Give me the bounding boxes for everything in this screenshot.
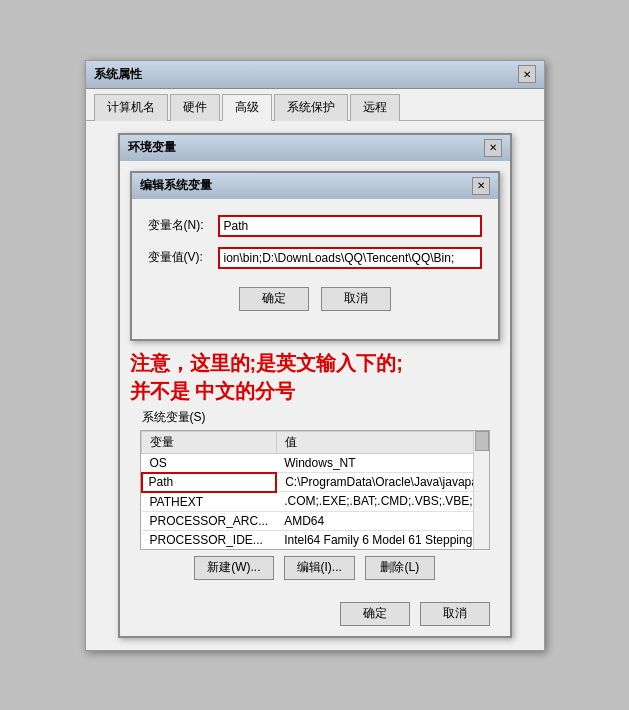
main-content: 环境变量 ✕ 编辑系统变量 ✕ 变量名(N): 变量值(V): (86, 121, 544, 650)
var-value-input[interactable] (218, 247, 482, 269)
title-bar: 系统属性 ✕ (86, 61, 544, 89)
scrollbar-thumb[interactable] (475, 431, 489, 451)
tab-system-protection[interactable]: 系统保护 (274, 94, 348, 121)
tab-bar: 计算机名 硬件 高级 系统保护 远程 (86, 89, 544, 121)
env-variables-window: 环境变量 ✕ 编辑系统变量 ✕ 变量名(N): 变量值(V): (118, 133, 512, 638)
sys-vars-section: 系统变量(S) 变量 值 (120, 409, 510, 596)
system-properties-window: 系统属性 ✕ 计算机名 硬件 高级 系统保护 远程 环境变量 ✕ 编辑系统变量 … (85, 60, 545, 651)
table-header-row: 变量 值 (142, 431, 490, 453)
edit-close-button[interactable]: ✕ (472, 177, 490, 195)
table-row[interactable]: PROCESSOR_IDE... Intel64 Family 6 Model … (142, 530, 490, 549)
col-header-val: 值 (276, 431, 489, 453)
var-value-label: 变量值(V): (148, 249, 218, 266)
annotation-line1: 注意，这里的;是英文输入下的; (130, 349, 500, 377)
annotation-line2: 并不是 中文的分号 (130, 377, 500, 405)
var-value-row: 变量值(V): (148, 247, 482, 269)
edit-content: 变量名(N): 变量值(V): 确定 取消 (132, 199, 498, 339)
sys-vars-btn-row: 新建(W)... 编辑(I)... 删除(L) (140, 550, 490, 588)
edit-title-bar: 编辑系统变量 ✕ (132, 173, 498, 199)
var-name-label: 变量名(N): (148, 217, 218, 234)
scrollbar[interactable] (473, 431, 489, 549)
tab-hardware[interactable]: 硬件 (170, 94, 220, 121)
env-cancel-button[interactable]: 取消 (420, 602, 490, 626)
edit-btn-row: 确定 取消 (148, 279, 482, 323)
table-row[interactable]: OS Windows_NT (142, 453, 490, 473)
env-ok-button[interactable]: 确定 (340, 602, 410, 626)
val-cell-path: C:\ProgramData\Oracle\Java\javapath;C:\P… (276, 473, 489, 492)
vars-table: 变量 值 OS Windows_NT Path (141, 431, 490, 550)
var-cell: PATHEXT (142, 492, 277, 512)
env-close-button[interactable]: ✕ (484, 139, 502, 157)
val-cell: AMD64 (276, 511, 489, 530)
env-title-bar: 环境变量 ✕ (120, 135, 510, 161)
vars-table-container: 变量 值 OS Windows_NT Path (140, 430, 490, 550)
env-ok-cancel-row: 确定 取消 (120, 596, 510, 636)
env-window-title: 环境变量 (128, 139, 176, 156)
var-cell: PROCESSOR_ARC... (142, 511, 277, 530)
window-title: 系统属性 (94, 66, 142, 83)
edit-button[interactable]: 编辑(I)... (284, 556, 355, 580)
col-header-var: 变量 (142, 431, 277, 453)
var-name-input[interactable] (218, 215, 482, 237)
tab-remote[interactable]: 远程 (350, 94, 400, 121)
new-button[interactable]: 新建(W)... (194, 556, 273, 580)
var-cell: PROCESSOR_IDE... (142, 530, 277, 549)
sys-vars-label: 系统变量(S) (140, 409, 490, 426)
table-row-path[interactable]: Path C:\ProgramData\Oracle\Java\javapath… (142, 473, 490, 492)
delete-button[interactable]: 删除(L) (365, 556, 435, 580)
window-controls: ✕ (518, 65, 536, 83)
val-cell: Intel64 Family 6 Model 61 Stepping 4, Ge… (276, 530, 489, 549)
close-button[interactable]: ✕ (518, 65, 536, 83)
table-row[interactable]: PATHEXT .COM;.EXE;.BAT;.CMD;.VBS;.VBE;.J… (142, 492, 490, 512)
edit-cancel-button[interactable]: 取消 (321, 287, 391, 311)
var-cell-path: Path (142, 473, 277, 492)
edit-window-title: 编辑系统变量 (140, 177, 212, 194)
edit-variable-window: 编辑系统变量 ✕ 变量名(N): 变量值(V): 确定 取消 (130, 171, 500, 341)
edit-ok-button[interactable]: 确定 (239, 287, 309, 311)
val-cell: .COM;.EXE;.BAT;.CMD;.VBS;.VBE;.JS;.JSE;.… (276, 492, 489, 512)
table-row[interactable]: PROCESSOR_ARC... AMD64 (142, 511, 490, 530)
var-cell: OS (142, 453, 277, 473)
tab-advanced[interactable]: 高级 (222, 94, 272, 121)
var-name-row: 变量名(N): (148, 215, 482, 237)
val-cell: Windows_NT (276, 453, 489, 473)
tab-computer-name[interactable]: 计算机名 (94, 94, 168, 121)
annotation-text: 注意，这里的;是英文输入下的; 并不是 中文的分号 (120, 341, 510, 409)
